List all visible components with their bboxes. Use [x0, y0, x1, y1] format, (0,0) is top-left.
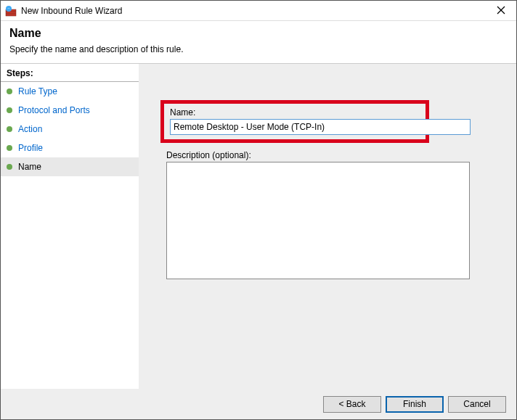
step-profile[interactable]: Profile: [1, 139, 139, 157]
steps-panel: Steps: Rule Type Protocol and Ports Acti…: [1, 64, 139, 399]
step-action[interactable]: Action: [1, 120, 139, 139]
titlebar: New Inbound Rule Wizard: [1, 1, 516, 21]
close-button[interactable]: [486, 1, 516, 20]
step-protocol-ports[interactable]: Protocol and Ports: [1, 101, 139, 120]
wizard-header: Name Specify the name and description of…: [1, 21, 516, 64]
content-panel: Name: Description (optional):: [139, 64, 516, 399]
description-label: Description (optional):: [166, 150, 503, 160]
name-label: Name:: [170, 107, 420, 118]
step-label: Protocol and Ports: [18, 105, 90, 115]
bullet-icon: [7, 145, 12, 151]
name-input[interactable]: [170, 119, 471, 135]
page-title: Name: [9, 27, 508, 40]
bullet-icon: [7, 107, 12, 113]
button-footer: < Back Finish Cancel: [1, 389, 516, 419]
steps-heading: Steps:: [1, 67, 139, 82]
step-name[interactable]: Name: [1, 157, 139, 176]
step-label: Rule Type: [18, 86, 57, 96]
cancel-button[interactable]: Cancel: [448, 396, 506, 413]
bullet-icon: [7, 164, 12, 170]
window-title: New Inbound Rule Wizard: [21, 6, 486, 16]
highlight-box: Name:: [160, 100, 429, 143]
step-label: Profile: [18, 143, 43, 153]
step-rule-type[interactable]: Rule Type: [1, 82, 139, 101]
firewall-icon: [5, 5, 17, 17]
bullet-icon: [7, 88, 12, 94]
wizard-dialog: New Inbound Rule Wizard Name Specify the…: [0, 0, 517, 420]
page-description: Specify the name and description of this…: [9, 44, 508, 54]
close-icon: [497, 5, 505, 17]
description-input[interactable]: [166, 162, 470, 279]
back-button[interactable]: < Back: [323, 396, 381, 413]
finish-button[interactable]: Finish: [386, 396, 444, 413]
step-label: Name: [18, 162, 41, 172]
step-label: Action: [18, 124, 42, 134]
bullet-icon: [7, 126, 12, 132]
